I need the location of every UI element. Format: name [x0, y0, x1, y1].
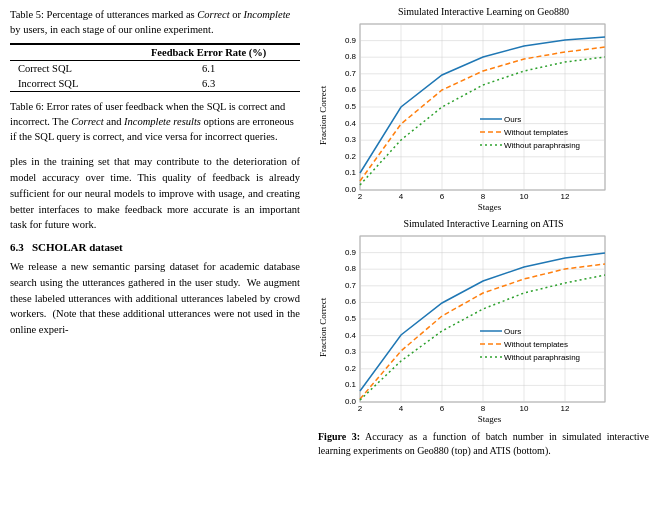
right-panel: Simulated Interactive Learning on Geo880… [310, 0, 657, 520]
svg-text:0.6: 0.6 [345, 85, 357, 94]
svg-text:10: 10 [520, 192, 529, 201]
svg-text:0.8: 0.8 [345, 52, 357, 61]
body-text-2: We release a new semantic parsing datase… [10, 259, 300, 338]
svg-text:Without paraphrasing: Without paraphrasing [504, 141, 580, 150]
table-header-feedback: Feedback Error Rate (%) [117, 44, 300, 61]
svg-text:0.5: 0.5 [345, 102, 357, 111]
row-value-incorrect: 6.3 [117, 76, 300, 92]
x-label-1: Stages [330, 202, 649, 212]
svg-text:8: 8 [481, 404, 486, 413]
svg-text:4: 4 [399, 192, 404, 201]
svg-text:8: 8 [481, 192, 486, 201]
svg-text:12: 12 [561, 404, 570, 413]
svg-text:0.1: 0.1 [345, 168, 357, 177]
y-axis-label-2: Fraction Correct [318, 231, 328, 424]
row-label-correct: Correct SQL [10, 61, 117, 77]
svg-text:0.7: 0.7 [345, 69, 357, 78]
svg-text:0.7: 0.7 [345, 281, 357, 290]
svg-text:Ours: Ours [504, 115, 521, 124]
svg-text:0.1: 0.1 [345, 380, 357, 389]
table-row: Correct SQL 6.1 [10, 61, 300, 77]
svg-text:4: 4 [399, 404, 404, 413]
table5-caption: Table 5: Percentage of utterances marked… [10, 8, 300, 37]
svg-text:Without templates: Without templates [504, 340, 568, 349]
chart-geo880: Simulated Interactive Learning on Geo880… [318, 6, 649, 212]
y-axis-label-1: Fraction Correct [318, 19, 328, 212]
row-value-correct: 6.1 [117, 61, 300, 77]
svg-text:Without templates: Without templates [504, 128, 568, 137]
table-empty-header [10, 44, 117, 61]
svg-text:0.4: 0.4 [345, 331, 357, 340]
chart2-area: 0.0 0.1 0.2 0.3 0.4 0.5 0.6 0.7 0.8 0.9 … [330, 231, 649, 424]
svg-text:6: 6 [440, 404, 445, 413]
table6-caption: Table 6: Error rates of user feedback wh… [10, 100, 300, 144]
body-text-1: ples in the training set that may contri… [10, 154, 300, 233]
feedback-table: Feedback Error Rate (%) Correct SQL 6.1 … [10, 43, 300, 92]
figure-caption: Figure 3: Accuracy as a function of batc… [318, 430, 649, 458]
svg-text:0.8: 0.8 [345, 264, 357, 273]
chart2-wrap: Fraction Correct [318, 231, 649, 424]
svg-text:0.2: 0.2 [345, 152, 357, 161]
svg-text:0.6: 0.6 [345, 297, 357, 306]
chart1-title: Simulated Interactive Learning on Geo880 [318, 6, 649, 17]
table-row: Incorrect SQL 6.3 [10, 76, 300, 92]
row-label-incorrect: Incorrect SQL [10, 76, 117, 92]
svg-text:0.2: 0.2 [345, 364, 357, 373]
svg-text:0.3: 0.3 [345, 135, 357, 144]
svg-text:12: 12 [561, 192, 570, 201]
svg-text:0.9: 0.9 [345, 248, 357, 257]
chart2-svg: 0.0 0.1 0.2 0.3 0.4 0.5 0.6 0.7 0.8 0.9 … [330, 231, 620, 416]
svg-text:0.3: 0.3 [345, 347, 357, 356]
chart2-title: Simulated Interactive Learning on ATIS [318, 218, 649, 229]
svg-text:2: 2 [358, 192, 363, 201]
chart1-area: 0.0 0.1 0.2 0.3 0.4 0.5 0.6 0.7 0.8 0.9 … [330, 19, 649, 212]
svg-text:0.5: 0.5 [345, 314, 357, 323]
svg-text:Ours: Ours [504, 327, 521, 336]
svg-text:0.9: 0.9 [345, 36, 357, 45]
chart1-svg: 0.0 0.1 0.2 0.3 0.4 0.5 0.6 0.7 0.8 0.9 … [330, 19, 620, 204]
svg-text:0.0: 0.0 [345, 397, 357, 406]
chart-atis: Simulated Interactive Learning on ATIS F… [318, 218, 649, 424]
svg-text:10: 10 [520, 404, 529, 413]
chart1-wrap: Fraction Correct [318, 19, 649, 212]
left-panel: Table 5: Percentage of utterances marked… [0, 0, 310, 520]
svg-text:0.4: 0.4 [345, 119, 357, 128]
svg-text:0.0: 0.0 [345, 185, 357, 194]
x-label-2: Stages [330, 414, 649, 424]
svg-text:Without paraphrasing: Without paraphrasing [504, 353, 580, 362]
svg-text:6: 6 [440, 192, 445, 201]
svg-text:2: 2 [358, 404, 363, 413]
section-heading-6-3: 6.3 SCHOLAR dataset [10, 241, 300, 253]
